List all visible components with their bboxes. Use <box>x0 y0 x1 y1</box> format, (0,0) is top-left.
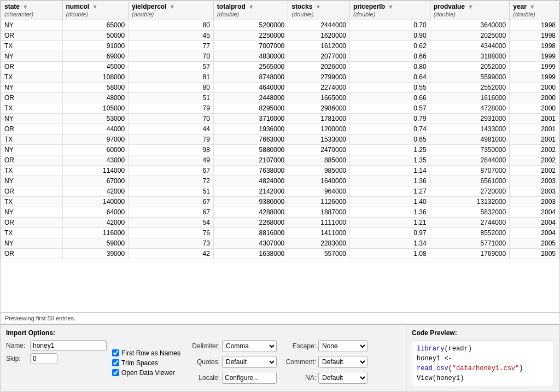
table-cell: 2005 <box>510 238 559 249</box>
table-row: NY6400067428800018870001.3658320002004 <box>1 207 559 218</box>
table-cell: 45 <box>129 31 214 41</box>
table-cell: 105000 <box>62 103 129 114</box>
table-cell: 0.57 <box>349 103 430 114</box>
na-select[interactable]: Default <box>318 372 368 384</box>
col-header-year[interactable]: year ▼(double) <box>510 1 559 20</box>
table-cell: 557000 <box>288 249 350 259</box>
table-cell: 8748000 <box>213 72 288 83</box>
table-cell: 2448000 <box>213 93 288 103</box>
table-cell: 7007000 <box>213 41 288 51</box>
table-cell: 2283000 <box>288 238 350 249</box>
table-cell: 1640000 <box>288 176 350 186</box>
name-label: Name: <box>6 342 28 349</box>
table-cell: 1.21 <box>349 218 430 228</box>
table-cell: 2003 <box>510 197 559 207</box>
name-input[interactable] <box>30 340 107 351</box>
table-cell: 1998 <box>510 31 559 41</box>
table-cell: 64000 <box>62 207 129 218</box>
table-row: NY6900070483000020770000.6631880001999 <box>1 51 559 62</box>
table-cell: 0.79 <box>349 114 430 124</box>
escape-select[interactable]: None <box>318 340 368 352</box>
table-cell: OR <box>1 124 63 134</box>
table-cell: 5832000 <box>430 207 510 218</box>
table-cell: 2744000 <box>430 218 510 228</box>
data-table-area[interactable]: state ▼(character)numcol ▼(double)yieldp… <box>1 1 559 313</box>
table-cell: 1.34 <box>349 238 430 249</box>
col-header-priceperlb[interactable]: priceperlb ▼(double) <box>349 1 430 20</box>
col-header-stocks[interactable]: stocks ▼(double) <box>288 1 350 20</box>
table-cell: 42 <box>129 249 214 259</box>
table-cell: 2000 <box>510 103 559 114</box>
table-cell: 67 <box>129 166 214 176</box>
preview-text: Previewing first 50 entries. <box>1 313 559 324</box>
quotes-select[interactable]: Default <box>222 356 277 368</box>
table-cell: 1126000 <box>288 197 350 207</box>
table-cell: 4288000 <box>213 207 288 218</box>
col-header-state[interactable]: state ▼(character) <box>1 1 63 20</box>
table-cell: 0.70 <box>349 20 430 31</box>
table-cell: 5880000 <box>213 145 288 155</box>
open-data-viewer-checkbox[interactable] <box>112 369 119 376</box>
table-cell: 2004 <box>510 228 559 238</box>
table-cell: 4824000 <box>213 176 288 186</box>
table-cell: 3188000 <box>430 51 510 62</box>
table-row: NY5900073430700022830001.3457710002005 <box>1 238 559 249</box>
table-cell: 885000 <box>288 155 350 166</box>
trim-spaces-checkbox[interactable] <box>112 359 119 366</box>
table-cell: 70 <box>129 51 214 62</box>
table-cell: 9380000 <box>213 197 288 207</box>
table-cell: 79 <box>129 103 214 114</box>
delimiter-row: Delimiter: Comma <box>186 340 277 352</box>
delimiter-select[interactable]: Comma <box>222 340 277 352</box>
table-row: OR430004921070008850001.3528440002002 <box>1 155 559 166</box>
table-cell: 2274000 <box>288 83 350 93</box>
table-cell: 0.55 <box>349 83 430 93</box>
escape-row: Escape: None <box>282 340 368 352</box>
table-cell: 69000 <box>62 51 129 62</box>
table-row: OR4200054226800011110001.2127440002004 <box>1 218 559 228</box>
locale-button[interactable]: Configure... <box>222 372 277 384</box>
code-preview-title: Code Preview: <box>412 329 554 337</box>
col-header-numcol[interactable]: numcol ▼(double) <box>62 1 129 20</box>
table-cell: 0.65 <box>349 134 430 145</box>
code-line-2: honey1 <- read_csv("data/honey1.csv") <box>417 354 549 373</box>
table-cell: 2003 <box>510 186 559 197</box>
col-header-prodvalue[interactable]: prodvalue ▼(double) <box>430 1 510 20</box>
code-library-keyword: library <box>417 345 444 353</box>
escape-label: Escape: <box>282 342 316 350</box>
table-cell: 2005 <box>510 249 559 259</box>
table-cell: 1999 <box>510 62 559 72</box>
trim-spaces-checkbox-row: Trim Spaces <box>112 359 180 367</box>
table-cell: 0.97 <box>349 228 430 238</box>
table-cell: NY <box>1 20 63 31</box>
table-cell: 4640000 <box>213 83 288 93</box>
first-row-names-label: First Row as Names <box>121 349 180 357</box>
table-cell: NY <box>1 51 63 62</box>
table-row: TX11600076881600014110000.9785520002004 <box>1 228 559 238</box>
table-cell: 42000 <box>62 186 129 197</box>
table-cell: 1612000 <box>288 41 350 51</box>
table-cell: 73 <box>129 238 214 249</box>
col-header-yieldpercol[interactable]: yieldpercol ▼(double) <box>129 1 214 20</box>
table-cell: 0.74 <box>349 124 430 134</box>
import-col-delimiters: Delimiter: Comma Quotes: Default Locale: <box>186 340 277 385</box>
table-cell: TX <box>1 72 63 83</box>
na-label: NA: <box>282 374 316 382</box>
skip-input[interactable] <box>30 353 57 364</box>
table-cell: 1.35 <box>349 155 430 166</box>
comment-select[interactable]: Default <box>318 356 368 368</box>
first-row-names-checkbox[interactable] <box>112 349 119 356</box>
comment-label: Comment: <box>282 358 316 366</box>
table-cell: 1998 <box>510 41 559 51</box>
table-cell: NY <box>1 238 63 249</box>
table-cell: 2002 <box>510 155 559 166</box>
table-cell: 2002 <box>510 145 559 155</box>
import-col-checkboxes: First Row as Names Trim Spaces Open Data… <box>112 340 180 385</box>
col-header-totalprod[interactable]: totalprod ▼(double) <box>213 1 288 20</box>
table-cell: 70 <box>129 114 214 124</box>
table-cell: 5771000 <box>430 238 510 249</box>
table-cell: 80 <box>129 83 214 93</box>
table-cell: 1533000 <box>288 134 350 145</box>
import-col-1: Name: Skip: <box>6 340 107 385</box>
open-data-viewer-checkbox-row: Open Data Viewer <box>112 369 180 377</box>
